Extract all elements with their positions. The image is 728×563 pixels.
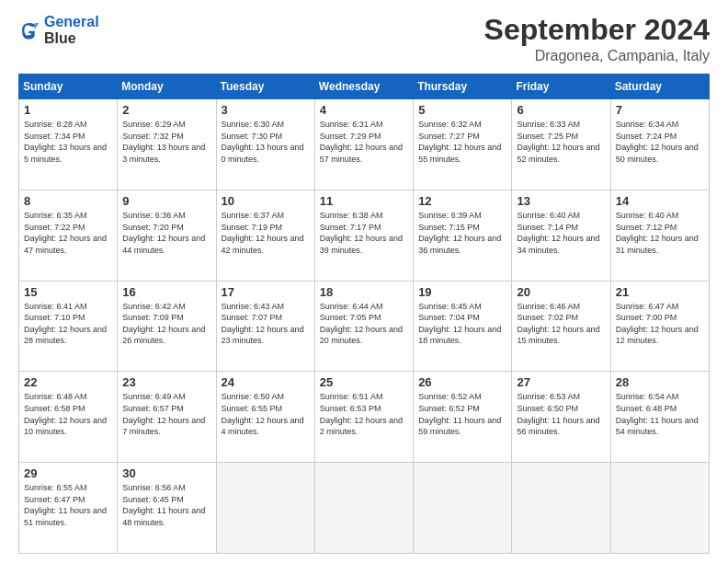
weekday-header-tuesday: Tuesday	[216, 75, 314, 99]
day-number: 7	[616, 103, 704, 117]
calendar-cell: 9Sunrise: 6:36 AMSunset: 7:20 PMDaylight…	[118, 190, 216, 281]
day-number: 13	[517, 194, 605, 208]
day-number: 9	[122, 194, 210, 208]
day-number: 27	[517, 375, 605, 389]
calendar-cell: 20Sunrise: 6:46 AMSunset: 7:02 PMDayligh…	[512, 281, 610, 372]
day-info: Sunrise: 6:33 AMSunset: 7:25 PMDaylight:…	[517, 119, 605, 165]
calendar-cell: 22Sunrise: 6:48 AMSunset: 6:58 PMDayligh…	[19, 372, 118, 463]
day-number: 20	[517, 285, 605, 299]
calendar-cell: 18Sunrise: 6:44 AMSunset: 7:05 PMDayligh…	[314, 281, 413, 372]
calendar-cell: 15Sunrise: 6:41 AMSunset: 7:10 PMDayligh…	[19, 281, 118, 372]
calendar-cell: 11Sunrise: 6:38 AMSunset: 7:17 PMDayligh…	[314, 190, 413, 281]
day-info: Sunrise: 6:38 AMSunset: 7:17 PMDaylight:…	[320, 210, 408, 256]
day-number: 21	[616, 285, 704, 299]
calendar-cell: 16Sunrise: 6:42 AMSunset: 7:09 PMDayligh…	[118, 281, 216, 372]
day-info: Sunrise: 6:54 AMSunset: 6:48 PMDaylight:…	[616, 391, 704, 437]
day-number: 4	[320, 103, 408, 117]
day-info: Sunrise: 6:44 AMSunset: 7:05 PMDaylight:…	[320, 301, 408, 347]
day-number: 30	[122, 466, 210, 480]
month-title: September 2024	[484, 14, 710, 46]
weekday-header-sunday: Sunday	[19, 75, 118, 99]
day-info: Sunrise: 6:46 AMSunset: 7:02 PMDaylight:…	[517, 301, 605, 347]
day-number: 22	[24, 375, 112, 389]
day-info: Sunrise: 6:42 AMSunset: 7:09 PMDaylight:…	[122, 301, 210, 347]
day-number: 17	[222, 285, 310, 299]
day-number: 6	[517, 103, 605, 117]
calendar-cell: 28Sunrise: 6:54 AMSunset: 6:48 PMDayligh…	[610, 372, 709, 463]
day-info: Sunrise: 6:53 AMSunset: 6:50 PMDaylight:…	[517, 391, 605, 437]
day-number: 23	[122, 375, 210, 389]
calendar-cell: 12Sunrise: 6:39 AMSunset: 7:15 PMDayligh…	[414, 190, 512, 281]
day-info: Sunrise: 6:37 AMSunset: 7:19 PMDaylight:…	[222, 210, 310, 256]
header: General Blue September 2024 Dragonea, Ca…	[18, 14, 710, 64]
day-info: Sunrise: 6:45 AMSunset: 7:04 PMDaylight:…	[418, 301, 506, 347]
weekday-header-saturday: Saturday	[610, 75, 709, 99]
calendar-cell: 26Sunrise: 6:52 AMSunset: 6:52 PMDayligh…	[414, 372, 512, 463]
day-info: Sunrise: 6:36 AMSunset: 7:20 PMDaylight:…	[122, 210, 210, 256]
day-number: 2	[122, 103, 210, 117]
calendar-cell: 29Sunrise: 6:55 AMSunset: 6:47 PMDayligh…	[19, 463, 118, 554]
day-number: 24	[222, 375, 310, 389]
day-number: 8	[24, 194, 112, 208]
calendar-cell: 25Sunrise: 6:51 AMSunset: 6:53 PMDayligh…	[314, 372, 413, 463]
day-info: Sunrise: 6:49 AMSunset: 6:57 PMDaylight:…	[122, 391, 210, 437]
day-info: Sunrise: 6:30 AMSunset: 7:30 PMDaylight:…	[222, 119, 310, 165]
calendar-week-row: 15Sunrise: 6:41 AMSunset: 7:10 PMDayligh…	[19, 281, 710, 372]
calendar-cell: 30Sunrise: 6:56 AMSunset: 6:45 PMDayligh…	[118, 463, 216, 554]
calendar-cell: 6Sunrise: 6:33 AMSunset: 7:25 PMDaylight…	[512, 99, 610, 190]
weekday-header-monday: Monday	[118, 75, 216, 99]
day-number: 10	[222, 194, 310, 208]
logo-text: General Blue	[44, 14, 99, 46]
calendar-cell	[512, 463, 610, 554]
calendar: SundayMondayTuesdayWednesdayThursdayFrid…	[18, 74, 710, 554]
page: General Blue September 2024 Dragonea, Ca…	[0, 0, 728, 563]
day-info: Sunrise: 6:41 AMSunset: 7:10 PMDaylight:…	[24, 301, 112, 347]
day-info: Sunrise: 6:31 AMSunset: 7:29 PMDaylight:…	[320, 119, 408, 165]
day-number: 29	[24, 466, 112, 480]
day-number: 12	[418, 194, 506, 208]
day-info: Sunrise: 6:43 AMSunset: 7:07 PMDaylight:…	[222, 301, 310, 347]
calendar-cell: 4Sunrise: 6:31 AMSunset: 7:29 PMDaylight…	[314, 99, 413, 190]
calendar-cell: 7Sunrise: 6:34 AMSunset: 7:24 PMDaylight…	[610, 99, 709, 190]
calendar-cell: 8Sunrise: 6:35 AMSunset: 7:22 PMDaylight…	[19, 190, 118, 281]
day-number: 26	[418, 375, 506, 389]
day-info: Sunrise: 6:48 AMSunset: 6:58 PMDaylight:…	[24, 391, 112, 437]
day-info: Sunrise: 6:34 AMSunset: 7:24 PMDaylight:…	[616, 119, 704, 165]
day-info: Sunrise: 6:51 AMSunset: 6:53 PMDaylight:…	[320, 391, 408, 437]
calendar-week-row: 29Sunrise: 6:55 AMSunset: 6:47 PMDayligh…	[19, 463, 710, 554]
calendar-cell: 24Sunrise: 6:50 AMSunset: 6:55 PMDayligh…	[216, 372, 314, 463]
day-info: Sunrise: 6:47 AMSunset: 7:00 PMDaylight:…	[616, 301, 704, 347]
day-info: Sunrise: 6:35 AMSunset: 7:22 PMDaylight:…	[24, 210, 112, 256]
weekday-header-wednesday: Wednesday	[314, 75, 413, 99]
day-info: Sunrise: 6:39 AMSunset: 7:15 PMDaylight:…	[418, 210, 506, 256]
day-info: Sunrise: 6:40 AMSunset: 7:12 PMDaylight:…	[616, 210, 704, 256]
day-info: Sunrise: 6:28 AMSunset: 7:34 PMDaylight:…	[24, 119, 112, 165]
weekday-header-row: SundayMondayTuesdayWednesdayThursdayFrid…	[19, 75, 710, 99]
weekday-header-thursday: Thursday	[414, 75, 512, 99]
calendar-cell: 3Sunrise: 6:30 AMSunset: 7:30 PMDaylight…	[216, 99, 314, 190]
calendar-cell	[414, 463, 512, 554]
calendar-cell: 5Sunrise: 6:32 AMSunset: 7:27 PMDaylight…	[414, 99, 512, 190]
title-block: September 2024 Dragonea, Campania, Italy	[484, 14, 710, 64]
calendar-cell	[216, 463, 314, 554]
day-number: 11	[320, 194, 408, 208]
day-number: 19	[418, 285, 506, 299]
calendar-cell: 19Sunrise: 6:45 AMSunset: 7:04 PMDayligh…	[414, 281, 512, 372]
day-number: 25	[320, 375, 408, 389]
logo: General Blue	[18, 14, 99, 46]
calendar-cell: 10Sunrise: 6:37 AMSunset: 7:19 PMDayligh…	[216, 190, 314, 281]
location-title: Dragonea, Campania, Italy	[484, 48, 710, 64]
day-info: Sunrise: 6:56 AMSunset: 6:45 PMDaylight:…	[122, 482, 210, 528]
day-number: 28	[616, 375, 704, 389]
calendar-week-row: 8Sunrise: 6:35 AMSunset: 7:22 PMDaylight…	[19, 190, 710, 281]
weekday-header-friday: Friday	[512, 75, 610, 99]
day-number: 1	[24, 103, 112, 117]
calendar-cell: 2Sunrise: 6:29 AMSunset: 7:32 PMDaylight…	[118, 99, 216, 190]
day-info: Sunrise: 6:29 AMSunset: 7:32 PMDaylight:…	[122, 119, 210, 165]
calendar-cell: 14Sunrise: 6:40 AMSunset: 7:12 PMDayligh…	[610, 190, 709, 281]
calendar-cell	[314, 463, 413, 554]
day-number: 18	[320, 285, 408, 299]
calendar-cell: 23Sunrise: 6:49 AMSunset: 6:57 PMDayligh…	[118, 372, 216, 463]
calendar-cell: 13Sunrise: 6:40 AMSunset: 7:14 PMDayligh…	[512, 190, 610, 281]
calendar-cell: 27Sunrise: 6:53 AMSunset: 6:50 PMDayligh…	[512, 372, 610, 463]
